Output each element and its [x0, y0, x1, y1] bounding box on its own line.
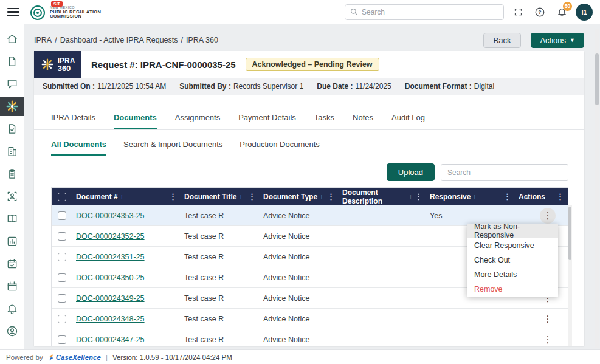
row-checkbox[interactable] — [58, 335, 66, 344]
sidebar-item-identity[interactable] — [0, 187, 24, 206]
sidebar-item-tasks[interactable] — [0, 164, 24, 184]
column-menu-icon[interactable]: ⋮ — [556, 192, 564, 201]
row-actions-menu-icon[interactable]: ⋮ — [540, 311, 556, 327]
col-header-document-number[interactable]: Document # — [76, 193, 118, 201]
table-scrollbar-thumb[interactable] — [568, 207, 571, 260]
sidebar-item-calendar[interactable] — [0, 276, 24, 296]
search-icon — [350, 8, 358, 16]
app-window: NEW MEXICO PUBLIC REGULATION COMMISSION … — [0, 0, 600, 364]
breadcrumb-dashboard[interactable]: Dashboard - Active IPRA Requests — [60, 36, 178, 44]
ipra-logo-line1: IPRA — [58, 57, 75, 64]
column-menu-icon[interactable]: ⋮ — [503, 192, 511, 201]
sidebar-item-records[interactable] — [0, 119, 24, 139]
document-link[interactable]: DOC-000024352-25 — [76, 232, 145, 241]
chevron-down-icon: ▼ — [570, 37, 575, 43]
col-header-actions: Actions — [519, 193, 545, 201]
back-button[interactable]: Back — [483, 33, 522, 48]
sidebar-item-profile[interactable] — [0, 321, 24, 341]
document-link[interactable]: DOC-000024347-25 — [76, 335, 145, 344]
sort-asc-icon[interactable]: ↑ — [320, 193, 323, 200]
user-avatar[interactable]: I1 — [576, 4, 593, 21]
document-link[interactable]: DOC-000024351-25 — [76, 253, 145, 261]
document-link[interactable]: DOC-000024348-25 — [76, 315, 145, 323]
subtab-search-import[interactable]: Search & Import Documents — [123, 135, 222, 156]
breadcrumb-ipra[interactable]: IPRA — [34, 36, 52, 44]
column-menu-icon[interactable]: ⋮ — [169, 192, 177, 201]
sidebar-item-documents[interactable] — [0, 52, 24, 71]
bell-icon[interactable]: 50 — [554, 4, 570, 20]
ipra-logo-line2: 360 — [58, 64, 75, 72]
sidebar-item-organization[interactable] — [0, 142, 24, 161]
cell-document-title: Test case R — [181, 309, 260, 329]
tab-audit-log[interactable]: Audit Log — [391, 108, 425, 129]
column-menu-icon[interactable]: ⋮ — [248, 192, 256, 201]
sort-asc-icon[interactable]: ↑ — [120, 193, 123, 200]
menu-item-remove[interactable]: Remove — [467, 282, 558, 297]
column-menu-icon[interactable]: ⋮ — [415, 192, 422, 201]
tab-documents[interactable]: Documents — [114, 108, 157, 129]
row-actions-menu-icon[interactable]: ⋮ — [540, 332, 556, 346]
sort-asc-icon[interactable]: ↑ — [239, 193, 242, 200]
document-link[interactable]: DOC-000024349-25 — [76, 294, 145, 303]
sidebar-item-messages[interactable] — [0, 74, 24, 94]
select-all-checkbox[interactable] — [58, 193, 66, 201]
sidebar-item-library[interactable] — [0, 209, 24, 228]
sidebar-item-alerts[interactable] — [0, 299, 24, 318]
row-checkbox[interactable] — [58, 315, 66, 323]
help-icon[interactable]: ? — [532, 4, 548, 20]
table-row[interactable]: DOC-000024348-25 Test case R Advice Noti… — [52, 309, 568, 329]
subtab-all-documents[interactable]: All Documents — [51, 135, 106, 156]
breadcrumb-separator: / — [55, 36, 57, 44]
document-link[interactable]: DOC-000024350-25 — [76, 273, 145, 282]
cell-responsive — [426, 329, 515, 346]
request-number-label: Request #: — [91, 60, 138, 70]
table-scrollbar[interactable] — [568, 205, 572, 346]
page-scrollbar[interactable] — [595, 29, 599, 348]
row-actions-menu-icon[interactable]: ⋮ — [540, 208, 556, 224]
tab-payment-details[interactable]: Payment Details — [238, 108, 296, 129]
col-header-document-title[interactable]: Document Title — [184, 193, 236, 201]
column-menu-icon[interactable]: ⋮ — [327, 192, 335, 201]
sidebar-item-ipra360[interactable] — [0, 97, 24, 116]
sidebar-item-home[interactable] — [0, 29, 24, 49]
tab-ipra-details[interactable]: IPRA Details — [51, 108, 95, 129]
tab-notes[interactable]: Notes — [353, 108, 373, 129]
col-header-document-description[interactable]: Document Description — [342, 188, 407, 205]
sidebar-item-reports[interactable] — [0, 232, 24, 251]
actions-button[interactable]: Actions ▼ — [531, 33, 584, 48]
menu-item-mark-non-responsive[interactable]: Mark as Non-Responsive — [467, 224, 558, 238]
table-row[interactable]: DOC-000024347-25 Test case R Advice Noti… — [52, 329, 568, 346]
row-checkbox[interactable] — [58, 273, 66, 282]
cell-document-description — [339, 329, 426, 346]
sort-asc-icon[interactable]: ↑ — [473, 193, 476, 200]
footer: Powered by CaseXellence | Version: 1.0.5… — [0, 349, 600, 364]
table-search-input[interactable] — [441, 164, 568, 181]
global-search-input[interactable] — [362, 8, 498, 16]
breadcrumb-current: IPRA 360 — [186, 36, 218, 44]
cell-document-title: Test case R — [181, 288, 260, 308]
col-header-responsive[interactable]: Responsive — [430, 193, 471, 201]
row-checkbox[interactable] — [58, 253, 66, 261]
cell-document-description — [339, 205, 426, 225]
row-checkbox[interactable] — [58, 294, 66, 303]
tab-tasks[interactable]: Tasks — [314, 108, 334, 129]
sidebar-item-schedule-check[interactable] — [0, 254, 24, 273]
sidebar-nav — [0, 24, 24, 349]
sort-asc-icon[interactable]: ↑ — [409, 193, 412, 200]
col-header-document-type[interactable]: Document Type — [263, 193, 317, 201]
document-link[interactable]: DOC-000024353-25 — [76, 211, 145, 220]
row-checkbox[interactable] — [58, 211, 66, 220]
cell-document-description — [339, 309, 426, 329]
prc-logo-icon — [29, 4, 46, 21]
subtab-production[interactable]: Production Documents — [240, 135, 320, 156]
menu-item-check-out[interactable]: Check Out — [467, 253, 558, 267]
menu-item-more-details[interactable]: More Details — [467, 267, 558, 282]
fullscreen-icon[interactable] — [510, 4, 526, 20]
page-scrollbar-thumb[interactable] — [595, 53, 599, 105]
upload-button[interactable]: Upload — [387, 163, 435, 181]
menu-item-clear-responsive[interactable]: Clear Responsive — [467, 238, 558, 253]
row-checkbox[interactable] — [58, 232, 66, 241]
tab-assignments[interactable]: Assignments — [175, 108, 220, 129]
hamburger-menu-icon[interactable] — [7, 8, 19, 16]
user-scan-icon — [6, 190, 18, 202]
